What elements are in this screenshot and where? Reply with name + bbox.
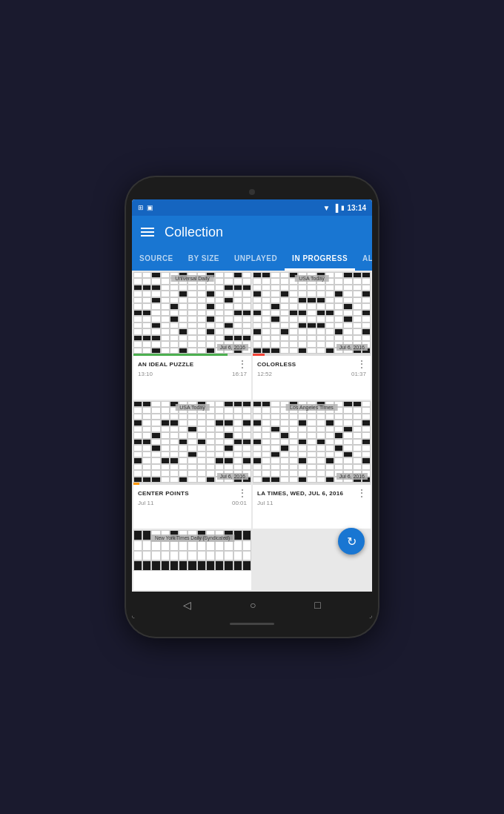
status-left-icons: ⊞ ▣ [138,204,153,211]
puzzle-card-2[interactable]: USA Today Jul 6, 2016 COLORLESS ⋮ 12:52 … [253,272,371,400]
date-label-2: Jul 6, 2016 [336,344,368,351]
puzzle-list: Universal Daily Jul 6, 2016 AN IDEAL PUZ… [132,271,372,592]
puzzle-info-3: CENTER POINTS ⋮ Jul 11 00:01 [133,485,251,509]
time-left-1: 13:10 [138,371,153,377]
puzzle-times-4: Jul 11 [257,500,366,506]
puzzle-name-1: AN IDEAL PUZZLE [138,361,193,368]
puzzle-name-row-3: CENTER POINTS ⋮ [138,488,247,498]
time-right-2: 01:37 [351,371,366,377]
puzzle-thumbnail-3: USA Today Jul 6, 2016 [133,401,251,483]
puzzle-name-2: COLORLESS [257,361,296,368]
puzzle-menu-3[interactable]: ⋮ [238,488,247,498]
source-label-3: USA Today [175,404,210,411]
puzzle-menu-4[interactable]: ⋮ [357,488,366,498]
puzzle-thumbnail-5: New York Times Daily (Syndicated) [133,530,251,571]
back-button[interactable]: ◁ [176,596,199,614]
fab-refresh[interactable]: ↻ [338,528,365,555]
puzzle-card-3[interactable]: USA Today Jul 6, 2016 CENTER POINTS ⋮ Ju… [133,401,251,529]
puzzle-thumbnail-1: Universal Daily Jul 6, 2016 [133,272,251,354]
app-bar: Collection [132,216,372,248]
refresh-icon: ↻ [347,535,357,549]
puzzle-card-5[interactable]: New York Times Daily (Syndicated) [133,530,251,590]
tab-source[interactable]: SOURCE [132,248,181,271]
puzzle-name-3: CENTER POINTS [138,490,189,497]
status-bar: ⊞ ▣ ▼ ▐ ▮ 13:14 [132,199,372,216]
tab-by-size[interactable]: BY SIZE [181,248,227,271]
app-title: Collection [165,225,223,240]
puzzle-info-4: LA Times, Wed, Jul 6, 2016 ⋮ Jul 11 [253,485,371,509]
notification-icon: ▣ [147,204,153,211]
time-left-2: 12:52 [257,371,272,377]
source-label-5: New York Times Daily (Syndicated) [150,535,234,542]
phone-bottom-bar [132,618,372,628]
status-right-info: ▼ ▐ ▮ 13:14 [322,204,366,212]
bottom-nav: ◁ ○ □ [132,592,372,618]
time-left-3: Jul 11 [138,500,153,506]
date-label-1: Jul 6, 2016 [217,344,248,351]
puzzle-name-row-1: AN IDEAL PUZZLE ⋮ [138,359,247,369]
date-label-3: Jul 6, 2016 [217,473,248,480]
home-button[interactable]: ○ [242,596,263,614]
wifi-icon: ▼ [322,204,330,212]
phone-device: ⊞ ▣ ▼ ▐ ▮ 13:14 Collection SOURCE BY SIZ… [126,177,378,637]
puzzle-name-row-4: LA Times, Wed, Jul 6, 2016 ⋮ [257,488,366,498]
source-label-2: USA Today [294,275,329,282]
time-right-1: 16:17 [232,371,247,377]
home-indicator [230,623,274,625]
puzzle-info-2: COLORLESS ⋮ 12:52 01:37 [253,356,371,380]
puzzle-thumbnail-2: USA Today Jul 6, 2016 [253,272,371,354]
signal-icon: ▐ [333,204,338,212]
puzzle-thumbnail-4: Los Angeles Times Jul 6, 2016 [253,401,371,483]
puzzle-times-2: 12:52 01:37 [257,371,366,377]
phone-top-bar [132,186,372,199]
phone-screen: ⊞ ▣ ▼ ▐ ▮ 13:14 Collection SOURCE BY SIZ… [132,199,372,618]
puzzle-name-row-2: COLORLESS ⋮ [257,359,366,369]
source-label-1: Universal Daily [170,275,214,282]
tab-unplayed[interactable]: UNPLAYED [227,248,285,271]
battery-icon: ▮ [341,205,344,211]
front-camera [249,189,255,195]
tab-all[interactable]: ALL [355,248,372,271]
puzzle-card-1[interactable]: Universal Daily Jul 6, 2016 AN IDEAL PUZ… [133,272,251,400]
puzzle-info-1: AN IDEAL PUZZLE ⋮ 13:10 16:17 [133,356,251,380]
puzzle-name-4: LA Times, Wed, Jul 6, 2016 [257,490,343,497]
tabs-bar: SOURCE BY SIZE UNPLAYED IN PROGRESS ALL [132,248,372,271]
puzzle-menu-1[interactable]: ⋮ [238,359,247,369]
source-label-4: Los Angeles Times [285,404,338,411]
puzzle-menu-2[interactable]: ⋮ [357,359,366,369]
time-right-3: 00:01 [232,500,247,506]
time-left-4: Jul 11 [257,500,273,506]
date-label-4: Jul 6, 2016 [336,473,368,480]
puzzle-times-3: Jul 11 00:01 [138,500,247,506]
tab-in-progress[interactable]: IN PROGRESS [285,248,355,271]
menu-button[interactable] [141,228,154,236]
grid-icon: ⊞ [138,204,144,211]
puzzle-card-4[interactable]: Los Angeles Times Jul 6, 2016 LA Times, … [253,401,371,529]
puzzle-times-1: 13:10 16:17 [138,371,247,377]
recents-button[interactable]: □ [307,596,328,614]
time-display: 13:14 [347,204,366,212]
